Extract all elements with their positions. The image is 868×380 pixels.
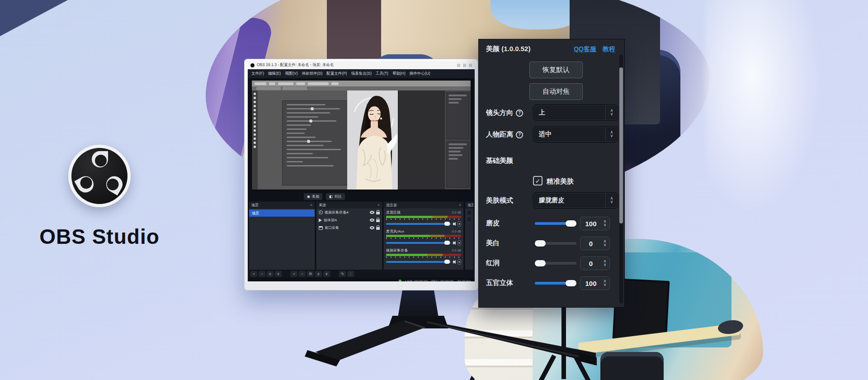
move-up-icon[interactable]: ∧ <box>267 271 274 277</box>
ps-tool-icon[interactable] <box>254 101 256 103</box>
menu-item-1[interactable]: 编辑(E) <box>268 71 281 76</box>
volume-slider[interactable] <box>386 261 451 263</box>
source-row[interactable]: 窗口采集 <box>316 224 382 232</box>
skin-mode-dropdown[interactable]: 朦胧磨皮 ∧∨ <box>533 192 618 209</box>
chevron-updown-icon[interactable]: ∧∨ <box>605 127 618 142</box>
gear-icon[interactable]: ⚙ <box>307 271 314 277</box>
close-icon[interactable] <box>469 64 472 67</box>
lock-icon[interactable] <box>376 219 380 222</box>
person-distance-label: 人物距离 ? <box>486 130 523 139</box>
volume-meter <box>386 235 461 237</box>
ps-tool-icon[interactable] <box>254 93 256 95</box>
menu-item-6[interactable]: 工具(T) <box>376 71 388 76</box>
volume-slider[interactable] <box>386 242 451 244</box>
menu-item-3[interactable]: 停靠部件(D) <box>302 71 323 76</box>
lock-icon[interactable] <box>376 212 380 214</box>
slider-thumb[interactable] <box>535 260 546 266</box>
ps-tool-icon[interactable] <box>254 97 256 99</box>
chevron-updown-icon[interactable]: ∧∨ <box>605 193 618 208</box>
ps-tool-icon[interactable] <box>254 146 256 148</box>
lock-icon[interactable] <box>376 227 380 230</box>
add-icon[interactable]: + <box>291 271 297 277</box>
slider-value-box[interactable]: 100∧∨ <box>580 276 610 290</box>
ps-tool-icon[interactable] <box>254 105 256 107</box>
menu-item-8[interactable]: 插件中心(U) <box>410 71 430 76</box>
slider-value-box[interactable]: 0∧∨ <box>580 237 610 250</box>
edit-icon[interactable]: ✎ <box>339 271 346 277</box>
beauty-link-0[interactable]: QQ客服 <box>574 45 596 53</box>
channel-options-icon[interactable] <box>458 221 461 227</box>
slider-track[interactable] <box>535 222 576 225</box>
volume-slider-thumb[interactable] <box>444 222 450 226</box>
preview-button-0[interactable]: ◉美颜 <box>304 193 322 200</box>
scene-list-item[interactable]: 场景 <box>249 209 315 217</box>
speaker-icon[interactable] <box>453 260 456 264</box>
volume-slider-thumb[interactable] <box>444 241 450 245</box>
speaker-icon[interactable] <box>453 241 456 245</box>
maximize-icon[interactable] <box>463 64 466 67</box>
remove-icon[interactable]: − <box>299 271 306 277</box>
slider-thumb[interactable] <box>566 220 576 227</box>
menu-item-4[interactable]: 配置文件(P) <box>326 71 347 76</box>
speaker-icon[interactable] <box>453 222 456 226</box>
add-icon[interactable]: + <box>250 271 257 277</box>
ps-tool-icon[interactable] <box>254 121 256 124</box>
volume-slider[interactable] <box>386 223 451 225</box>
skin-mode-value: 朦胧磨皮 <box>533 196 605 204</box>
spinner-updown-icon[interactable]: ∧∨ <box>601 220 609 227</box>
help-icon[interactable]: ? <box>516 109 523 117</box>
menu-item-5[interactable]: 场景集合(S) <box>351 71 372 76</box>
source-row[interactable]: 视频采集设备A <box>316 209 382 216</box>
slider-thumb[interactable] <box>535 240 546 247</box>
transition-dropdown[interactable] <box>467 210 472 215</box>
ps-tool-icon[interactable] <box>254 109 256 111</box>
source-row[interactable]: 媒体源A <box>316 216 382 224</box>
ps-tool-icon[interactable] <box>254 138 256 140</box>
dock-menu-icon[interactable]: ≡ <box>310 203 312 207</box>
ps-tool-icon[interactable] <box>254 117 256 119</box>
channel-options-icon[interactable] <box>458 259 461 265</box>
visibility-eye-icon[interactable] <box>370 218 374 222</box>
help-icon[interactable]: ? <box>516 131 523 138</box>
chevron-updown-icon[interactable]: ∧∨ <box>605 105 618 120</box>
move-up-icon[interactable]: ∧ <box>315 271 322 277</box>
preview-button-1[interactable]: ◧对比 <box>326 193 345 200</box>
slider-track[interactable] <box>535 262 576 265</box>
ps-tool-icon[interactable] <box>254 125 256 128</box>
ps-tool-icon[interactable] <box>254 113 256 115</box>
remove-icon[interactable]: − <box>259 271 265 277</box>
ps-tool-icon[interactable] <box>254 142 256 144</box>
slider-value-box[interactable]: 0∧∨ <box>580 256 610 270</box>
camera-direction-dropdown[interactable]: 上 ∧∨ <box>533 104 618 121</box>
spinner-updown-icon[interactable]: ∧∨ <box>601 260 609 267</box>
dock-menu-icon[interactable]: ≡ <box>459 203 461 207</box>
dock-menu-icon[interactable]: ≡ <box>377 203 380 207</box>
slider-track[interactable] <box>535 282 576 285</box>
slider-track[interactable] <box>535 242 576 245</box>
autofocus-button[interactable]: 自动对焦 <box>529 83 583 100</box>
window-controls[interactable] <box>457 64 472 67</box>
channel-options-icon[interactable] <box>458 240 461 246</box>
menu-item-7[interactable]: 帮助(H) <box>392 71 406 76</box>
spinner-updown-icon[interactable]: ∧∨ <box>601 280 609 287</box>
visibility-eye-icon[interactable] <box>370 226 374 229</box>
spinner-updown-icon[interactable]: ∧∨ <box>601 240 609 247</box>
ps-tool-icon[interactable] <box>254 133 256 136</box>
volume-slider-thumb[interactable] <box>444 260 450 264</box>
move-down-icon[interactable]: ∨ <box>323 271 330 277</box>
person-distance-dropdown[interactable]: 适中 ∧∨ <box>533 126 618 142</box>
minimize-icon[interactable] <box>457 64 460 67</box>
ps-tool-icon[interactable] <box>254 129 256 132</box>
scrollbar-thumb[interactable] <box>619 67 623 223</box>
more-icon[interactable]: ⋮ <box>347 271 354 277</box>
menu-item-2[interactable]: 视图(V) <box>285 71 297 76</box>
slider-value-box[interactable]: 100∧∨ <box>580 217 610 230</box>
move-down-icon[interactable]: ∨ <box>275 271 282 277</box>
menu-item-0[interactable]: 文件(F) <box>251 71 264 76</box>
transition-duration[interactable] <box>467 217 472 222</box>
slider-thumb[interactable] <box>566 280 576 286</box>
precise-skin-checkbox[interactable]: ✓ <box>533 176 542 185</box>
visibility-eye-icon[interactable] <box>370 211 374 214</box>
restore-defaults-button[interactable]: 恢复默认 <box>529 62 583 78</box>
beauty-link-1[interactable]: 教程 <box>603 45 615 53</box>
